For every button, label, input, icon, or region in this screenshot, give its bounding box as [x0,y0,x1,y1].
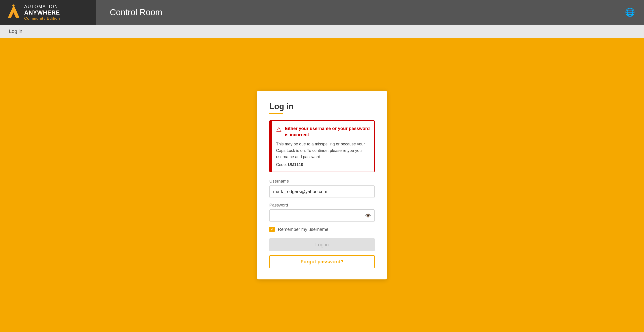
logo-anywhere-text: ANYWHERE [24,9,60,16]
eye-icon[interactable]: 👁️ [365,213,371,219]
password-label: Password [269,203,375,208]
remember-row: ✓ Remember my username [269,227,375,232]
login-button[interactable]: Log in [269,238,375,251]
logo-text: AUTOMATION ANYWHERE Community Edition [24,4,60,20]
error-body-text: This may be due to a misspelling or beca… [276,141,370,160]
username-group: Username [269,179,375,198]
logo-automation-text: AUTOMATION [24,4,60,9]
logo-area: AUTOMATION ANYWHERE Community Edition [0,0,96,25]
error-title-text: Either your username or your password is… [285,125,370,138]
error-content: ⚠ Either your username or your password … [272,121,374,171]
checkmark-icon: ✓ [271,227,274,232]
error-code: Code: UM1110 [276,163,370,167]
password-input[interactable] [269,209,375,222]
error-triangle-icon: ⚠ [276,126,282,133]
error-header: ⚠ Either your username or your password … [276,125,370,138]
login-title: Log in [269,102,375,111]
logo-icon [7,4,20,20]
error-code-label: Code: [276,163,287,167]
error-box: ⚠ Either your username or your password … [269,120,375,172]
control-room-title: Control Room [110,7,162,17]
password-group: Password 👁️ [269,203,375,222]
password-wrapper: 👁️ [269,209,375,222]
svg-marker-2 [12,15,15,16]
header-sub: Log in [0,25,644,38]
login-title-underline [269,113,283,114]
main-content: Log in ⚠ Either your username or your pa… [0,38,644,332]
forgot-password-button[interactable]: Forgot password? [269,255,375,268]
error-code-value: UM1110 [288,163,303,167]
logo-community-text: Community Edition [24,16,60,21]
header-left: AUTOMATION ANYWHERE Community Edition Co… [9,0,162,25]
remember-checkbox[interactable]: ✓ [269,227,275,232]
subheader-label: Log in [9,28,22,34]
username-input[interactable] [269,185,375,198]
error-left-bar [270,121,272,171]
remember-label: Remember my username [278,227,328,232]
globe-icon[interactable]: 🌐 [625,7,635,17]
login-card: Log in ⚠ Either your username or your pa… [257,91,387,279]
username-label: Username [269,179,375,184]
header-top: AUTOMATION ANYWHERE Community Edition Co… [0,0,644,25]
